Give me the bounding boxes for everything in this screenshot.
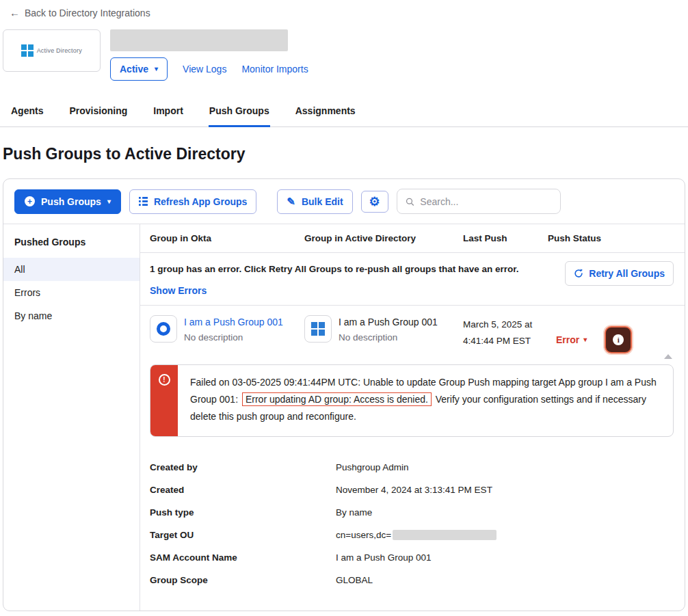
bulk-edit-label: Bulk Edit	[302, 196, 343, 207]
detail-row-sam-account-name: SAM Account Name I am a Push Group 001	[150, 546, 675, 569]
active-directory-group-icon	[304, 315, 332, 343]
logo-text: Active Directory	[37, 47, 82, 54]
okta-group-name-link[interactable]: I am a Push Group 001	[184, 317, 283, 327]
back-to-directory-integrations-link[interactable]: ← Back to Directory Integrations	[10, 7, 150, 18]
sidebar-item-errors[interactable]: Errors	[3, 281, 140, 304]
ad-group-cell: I am a Push Group 001 No description	[304, 315, 463, 343]
error-highlighted-text: Error updating AD group: Access is denie…	[242, 392, 432, 406]
gear-icon: ⚙	[369, 196, 380, 208]
error-alert-text: 1 group has an error. Click Retry All Gr…	[150, 263, 555, 276]
active-directory-logo: Active Directory	[3, 29, 101, 72]
search-icon	[406, 197, 414, 206]
col-group-in-okta: Group in Okta	[150, 233, 304, 243]
page: ← Back to Directory Integrations Active …	[0, 0, 688, 611]
detail-row-group-scope: Group Scope GLOBAL	[150, 569, 675, 591]
tab-import[interactable]: Import	[153, 98, 184, 127]
col-last-push: Last Push	[463, 233, 548, 243]
detail-row-created: Created November 4, 2024 at 3:13:41 PM E…	[150, 479, 675, 501]
error-detail-panel: ! Failed on 03-05-2025 09:41:44PM UTC: U…	[150, 364, 674, 437]
retry-all-groups-label: Retry All Groups	[589, 268, 665, 279]
page-title: Push Groups to Active Directory	[3, 145, 688, 163]
info-icon: i	[613, 334, 624, 345]
bulk-edit-button[interactable]: ✎ Bulk Edit	[277, 189, 352, 214]
okta-group-description: No description	[184, 332, 283, 343]
okta-group-icon	[150, 315, 177, 343]
table-row: I am a Push Group 001 No description I a…	[140, 306, 685, 360]
monitor-imports-link[interactable]: Monitor Imports	[241, 64, 308, 75]
push-groups-card: + Push Groups ▾ Refresh App Groups ✎ Bul…	[3, 178, 685, 611]
tab-provisioning[interactable]: Provisioning	[68, 98, 128, 127]
back-link-label: Back to Directory Integrations	[25, 8, 150, 18]
error-panel-accent: !	[150, 365, 178, 436]
show-errors-link[interactable]: Show Errors	[150, 285, 207, 296]
exclamation-icon: !	[159, 374, 170, 386]
error-info-button[interactable]: i	[605, 326, 632, 353]
col-push-status: Push Status	[548, 233, 675, 243]
pencil-icon: ✎	[287, 196, 295, 206]
detail-row-push-type: Push type By name	[150, 501, 675, 524]
okta-group-cell: I am a Push Group 001 No description	[150, 315, 304, 343]
tab-agents[interactable]: Agents	[10, 98, 44, 127]
last-push-value: March 5, 2025 at 4:41:44 PM EST	[463, 315, 540, 349]
detail-row-target-ou: Target OU cn=users,dc=	[150, 524, 675, 546]
status-dropdown[interactable]: Active ▾	[110, 57, 168, 81]
retry-icon	[574, 269, 583, 278]
windows-logo-icon	[21, 44, 34, 57]
chevron-down-icon: ▾	[155, 66, 158, 72]
error-detail-text: Failed on 03-05-2025 09:41:44PM UTC: Una…	[178, 365, 673, 436]
col-group-in-ad: Group in Active Directory	[304, 233, 463, 243]
push-groups-button-label: Push Groups	[41, 196, 101, 207]
chevron-down-icon: ▾	[107, 198, 111, 205]
retry-all-groups-button[interactable]: Retry All Groups	[565, 261, 674, 286]
group-details: Created by Pushgroup Admin Created Novem…	[140, 448, 685, 611]
ad-group-description: No description	[339, 332, 438, 343]
tab-push-groups[interactable]: Push Groups	[209, 98, 270, 127]
settings-button[interactable]: ⚙	[361, 191, 388, 213]
row-expand-icon[interactable]	[664, 354, 672, 359]
push-status-cell: Error ▾ i	[548, 315, 675, 353]
error-status-dropdown[interactable]: Error ▾	[556, 334, 587, 345]
refresh-app-groups-button[interactable]: Refresh App Groups	[129, 189, 256, 214]
status-label: Active	[120, 64, 148, 75]
chevron-down-icon: ▾	[583, 336, 587, 343]
plus-circle-icon: +	[25, 196, 35, 206]
error-status-label: Error	[556, 334, 579, 345]
app-header: Active Directory Active ▾ View Logs Moni…	[3, 29, 685, 81]
redacted-domain-value	[393, 530, 497, 540]
push-groups-button[interactable]: + Push Groups ▾	[14, 189, 121, 214]
search-box	[397, 189, 561, 214]
app-actions: Active ▾ View Logs Monitor Imports	[110, 57, 308, 81]
ad-group-name: I am a Push Group 001	[339, 317, 438, 327]
sidebar-item-all[interactable]: All	[3, 258, 140, 281]
table-header-row: Group in Okta Group in Active Directory …	[140, 224, 685, 253]
sidebar-item-by-name[interactable]: By name	[3, 304, 140, 327]
app-grid-icon	[139, 197, 148, 206]
groups-table: Group in Okta Group in Active Directory …	[140, 224, 685, 611]
pushed-groups-sidebar: Pushed Groups All Errors By name	[3, 224, 140, 611]
arrow-left-icon: ←	[10, 7, 20, 18]
toolbar: + Push Groups ▾ Refresh App Groups ✎ Bul…	[3, 179, 685, 224]
view-logs-link[interactable]: View Logs	[183, 64, 226, 75]
detail-row-created-by: Created by Pushgroup Admin	[150, 456, 675, 479]
sidebar-title: Pushed Groups	[3, 237, 140, 258]
error-alert-banner: 1 group has an error. Click Retry All Gr…	[140, 253, 685, 306]
tab-assignments[interactable]: Assignments	[295, 98, 356, 127]
tab-bar: Agents Provisioning Import Push Groups A…	[0, 98, 688, 127]
redacted-app-title	[110, 29, 288, 51]
search-input[interactable]	[420, 196, 551, 207]
refresh-app-groups-label: Refresh App Groups	[154, 196, 247, 207]
